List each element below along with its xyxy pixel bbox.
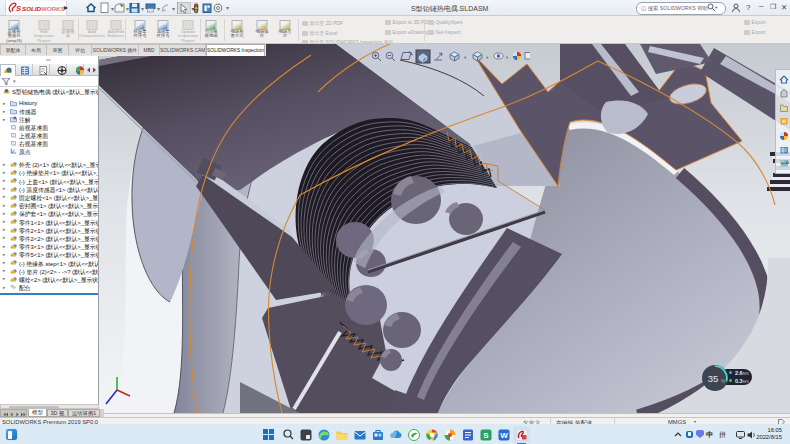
svg-text:▾: ▾	[506, 55, 509, 60]
svg-text:▾: ▾	[126, 6, 129, 12]
svg-text:▾: ▾	[141, 6, 144, 12]
svg-text:S: S	[16, 4, 21, 13]
svg-text:35: 35	[708, 373, 719, 384]
svg-text:SOLIDWORKS: SOLIDWORKS	[22, 5, 66, 12]
svg-text:▾: ▾	[486, 55, 489, 60]
svg-text:▾: ▾	[111, 6, 114, 12]
svg-text:▾: ▾	[172, 6, 175, 12]
svg-text:▾: ▾	[157, 6, 160, 12]
svg-text:W: W	[500, 431, 508, 440]
svg-text:%: %	[721, 379, 725, 384]
svg-text:▾: ▾	[464, 55, 467, 60]
svg-text:S: S	[483, 431, 489, 440]
